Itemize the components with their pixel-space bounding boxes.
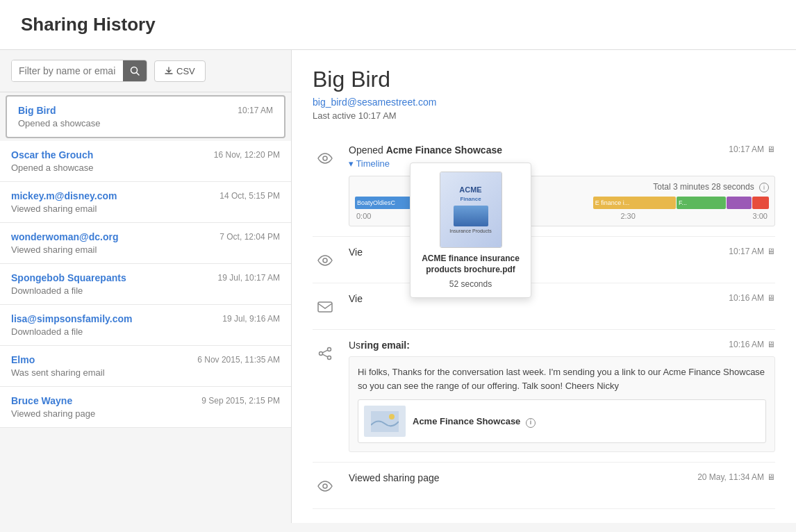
activity-timestamp: 10:17 AM 🖥 [729, 247, 775, 256]
monitor-icon: 🖥 [767, 472, 775, 482]
svg-point-6 [320, 352, 323, 356]
activity-title: Viewed sharing page [349, 472, 440, 483]
pdf-thumbnail: ACME Finance Insurance Products [440, 172, 502, 248]
pdf-duration: 52 seconds [419, 279, 522, 289]
svg-point-11 [389, 414, 395, 419]
contact-action: Downloaded a file [11, 285, 280, 296]
contact-item-header: mickey.m@disney.com 14 Oct, 5:15 PM [11, 190, 280, 201]
contact-time: 16 Nov, 12:20 PM [214, 150, 280, 160]
monitor-icon: 🖥 [767, 340, 775, 349]
csv-label: CSV [176, 66, 195, 76]
monitor-icon: 🖥 [767, 144, 775, 154]
activity-header: Opened Acme Finance Showcase 10:17 AM 🖥 [349, 144, 775, 156]
activity-timestamp: 10:16 AM 🖥 [729, 340, 775, 349]
page-header: Sharing History [0, 0, 796, 50]
contact-item-header: Oscar the Grouch 16 Nov, 12:20 PM [11, 149, 280, 160]
activity-item: Opened Acme Finance Showcase 10:17 AM 🖥 … [313, 135, 775, 237]
activity-title: Opened Acme Finance Showcase [349, 144, 502, 156]
left-toolbar: CSV [0, 50, 291, 92]
download-icon [165, 67, 173, 75]
contact-list: Big Bird 10:17 AM Opened a showcase Osca… [0, 92, 291, 523]
eye-icon [317, 153, 333, 164]
contact-time: 9 Sep 2015, 2:15 PM [201, 396, 280, 406]
contact-name: Bruce Wayne [11, 395, 72, 406]
contact-name: mickey.m@disney.com [11, 190, 117, 201]
activity-title: Vie [349, 247, 363, 258]
contact-action: Opened a showcase [18, 118, 273, 128]
svg-line-8 [322, 350, 327, 353]
info-icon: i [526, 418, 536, 428]
right-panel: Big Bird big_bird@sesamestreet.com Last … [292, 50, 796, 523]
email-icon [317, 301, 333, 313]
title-rest: History [88, 14, 156, 35]
person-last-active: Last active 10:17 AM [313, 110, 775, 121]
contact-item-header: Spongebob Squarepants 19 Jul, 10:17 AM [11, 272, 280, 283]
activity-header: Viewed sharing page 20 May, 11:34 AM 🖥 [349, 472, 775, 483]
timeline-bar [752, 197, 769, 209]
contact-item[interactable]: Big Bird 10:17 AM Opened a showcase [6, 95, 285, 138]
contact-action: Was sent sharing email [11, 367, 280, 378]
contact-item-header: lisa@simpsonsfamily.com 19 Jul, 9:16 AM [11, 313, 280, 324]
activity-item: Vie 10:16 AM 🖥 [313, 283, 775, 330]
contact-time: 10:17 AM [238, 106, 273, 115]
svg-line-9 [322, 354, 327, 357]
pdf-popup: ACME Finance Insurance Products ACME fin… [410, 163, 531, 298]
title-bold: Sharing [21, 14, 88, 35]
contact-name: Big Bird [18, 105, 56, 116]
svg-point-2 [323, 156, 327, 160]
eye-icon [317, 481, 333, 492]
activity-timestamp: 10:16 AM 🖥 [729, 293, 775, 303]
activity-icon [313, 474, 338, 499]
email-link-card: Acme Finance Showcase i [358, 399, 766, 443]
contact-item-header: Bruce Wayne 9 Sep 2015, 2:15 PM [11, 395, 280, 406]
contact-item[interactable]: Oscar the Grouch 16 Nov, 12:20 PM Opened… [0, 141, 291, 182]
activity-item: Usring email: 10:16 AM 🖥 Hi folks, Thank… [313, 330, 775, 463]
svg-rect-4 [318, 302, 332, 312]
contact-item[interactable]: Elmo 6 Nov 2015, 11:35 AM Was sent shari… [0, 346, 291, 387]
left-panel: CSV Big Bird 10:17 AM Opened a showcase … [0, 50, 292, 523]
contact-time: 7 Oct, 12:04 PM [219, 232, 280, 242]
contact-action: Downloaded a file [11, 326, 280, 337]
search-icon [130, 66, 140, 76]
pdf-name: ACME finance insurance products brochure… [419, 253, 522, 275]
activity-item: Vie 10:17 AM 🖥 [313, 237, 775, 283]
contact-action: Viewed sharing email [11, 203, 280, 214]
csv-button[interactable]: CSV [154, 60, 206, 82]
contact-action: Opened a showcase [11, 163, 280, 173]
timeline-bar [727, 197, 752, 209]
timeline-bar: F... [677, 197, 727, 209]
svg-point-12 [323, 484, 327, 488]
main-layout: CSV Big Bird 10:17 AM Opened a showcase … [0, 50, 796, 523]
activity-timestamp: 10:17 AM 🖥 [729, 144, 775, 154]
activity-title: Usring email: [349, 340, 410, 351]
contact-item-header: wonderwoman@dc.org 7 Oct, 12:04 PM [11, 231, 280, 242]
activity-icon [313, 248, 338, 273]
activity-icon [313, 294, 338, 319]
contact-item[interactable]: mickey.m@disney.com 14 Oct, 5:15 PM View… [0, 182, 291, 223]
search-button[interactable] [123, 60, 147, 81]
contact-item[interactable]: Bruce Wayne 9 Sep 2015, 2:15 PM Viewed s… [0, 387, 291, 428]
contact-name: lisa@simpsonsfamily.com [11, 313, 132, 324]
contact-time: 19 Jul, 10:17 AM [218, 273, 280, 283]
email-card-title: Acme Finance Showcase i [413, 415, 536, 429]
contact-item[interactable]: lisa@simpsonsfamily.com 19 Jul, 9:16 AM … [0, 305, 291, 346]
person-name: Big Bird [313, 67, 775, 92]
email-content: Hi folks, Thanks for the conversation la… [349, 356, 775, 452]
contact-item[interactable]: wonderwoman@dc.org 7 Oct, 12:04 PM Viewe… [0, 223, 291, 264]
svg-point-5 [328, 348, 331, 351]
svg-line-1 [137, 73, 140, 76]
card-image-icon [371, 411, 399, 432]
activity-title: Vie [349, 293, 363, 304]
contact-name: Elmo [11, 354, 35, 365]
contact-action: Viewed sharing email [11, 244, 280, 255]
activity-item: Viewed sharing page 20 May, 11:34 AM 🖥 [313, 463, 775, 509]
activity-content: Usring email: 10:16 AM 🖥 Hi folks, Thank… [349, 340, 775, 452]
contact-time: 14 Oct, 5:15 PM [219, 191, 280, 201]
contact-time: 6 Nov 2015, 11:35 AM [197, 355, 280, 365]
activity-header: Usring email: 10:16 AM 🖥 [349, 340, 775, 351]
contact-time: 19 Jul, 9:16 AM [222, 314, 280, 324]
search-input[interactable] [12, 60, 123, 81]
page-title: Sharing History [21, 14, 775, 35]
person-email[interactable]: big_bird@sesamestreet.com [313, 97, 775, 108]
contact-item[interactable]: Spongebob Squarepants 19 Jul, 10:17 AM D… [0, 264, 291, 305]
